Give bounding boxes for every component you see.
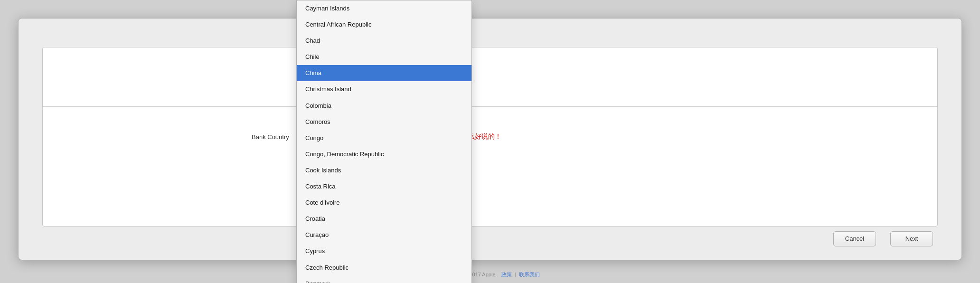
cancel-button[interactable]: Cancel bbox=[833, 231, 876, 246]
dropdown-item[interactable]: Denmark bbox=[297, 276, 471, 283]
divider bbox=[42, 106, 938, 107]
dropdown-item[interactable]: Congo, Democratic Republic bbox=[297, 146, 471, 162]
dialog-content: Bank Country 选择我们伟大的祖国，这个没什么好说的！ bbox=[42, 47, 938, 226]
dropdown-item[interactable]: Chile bbox=[297, 49, 471, 65]
dropdown-item[interactable]: Curaçao bbox=[297, 227, 471, 243]
dropdown-item[interactable]: Colombia bbox=[297, 98, 471, 114]
dropdown-item[interactable]: Comoros bbox=[297, 114, 471, 130]
dropdown-item[interactable]: Croatia bbox=[297, 211, 471, 227]
contact-link[interactable]: 联系我们 bbox=[519, 272, 540, 277]
dropdown-item[interactable]: Cayman Islands bbox=[297, 0, 471, 17]
dropdown-item[interactable]: Cyprus bbox=[297, 243, 471, 259]
next-button[interactable]: Next bbox=[890, 231, 933, 246]
dropdown-item[interactable]: Congo bbox=[297, 130, 471, 146]
dropdown-item[interactable]: Costa Rica bbox=[297, 179, 471, 195]
bank-country-label: Bank Country bbox=[252, 133, 289, 141]
dropdown-item[interactable]: Czech Republic bbox=[297, 260, 471, 276]
footer: Copyright © 2017 Apple 政策 | 联系我们 bbox=[0, 271, 980, 278]
dropdown-item[interactable]: Chad bbox=[297, 33, 471, 49]
dropdown-item[interactable]: Cook Islands bbox=[297, 162, 471, 179]
main-dialog: Bank Country 选择我们伟大的祖国，这个没什么好说的！ Cancel … bbox=[18, 18, 962, 260]
policy-link[interactable]: 政策 bbox=[501, 272, 512, 277]
dropdown-item[interactable]: Central African Republic bbox=[297, 17, 471, 33]
dropdown-item[interactable]: Christmas Island bbox=[297, 81, 471, 97]
dropdown-item[interactable]: China bbox=[297, 65, 471, 81]
country-dropdown[interactable]: Cayman IslandsCentral African RepublicCh… bbox=[296, 0, 472, 283]
dropdown-item[interactable]: Cote d'Ivoire bbox=[297, 195, 471, 211]
